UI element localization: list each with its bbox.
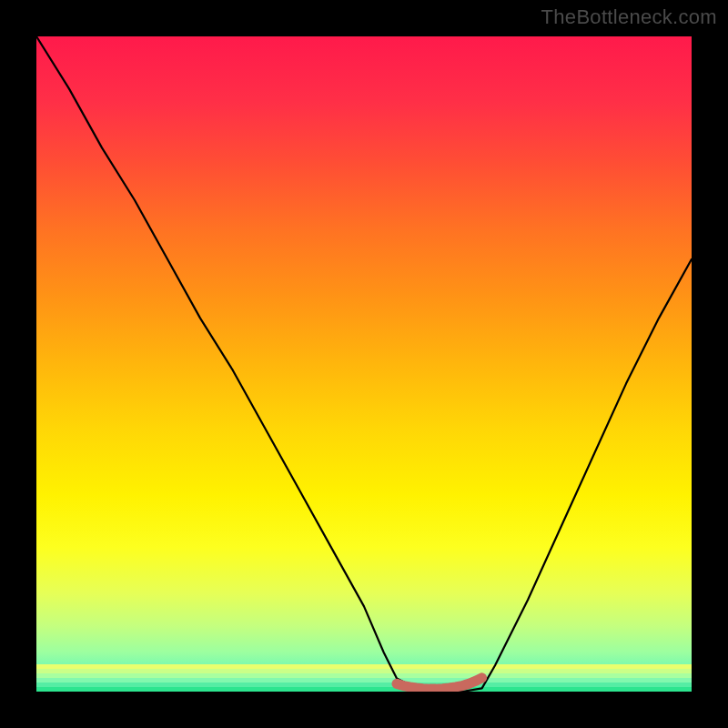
chart-container: TheBottleneck.com: [0, 0, 728, 728]
gradient-stripe: [36, 687, 692, 692]
gradient-background: [36, 36, 692, 692]
gradient-stripe: [36, 673, 692, 678]
watermark-text: TheBottleneck.com: [541, 5, 717, 29]
gradient-stripe: [36, 682, 692, 687]
plot-area: [36, 36, 692, 692]
gradient-stripe: [36, 678, 692, 682]
gradient-stripe: [36, 669, 692, 673]
chart-svg: [36, 36, 692, 692]
gradient-stripe: [36, 664, 692, 669]
